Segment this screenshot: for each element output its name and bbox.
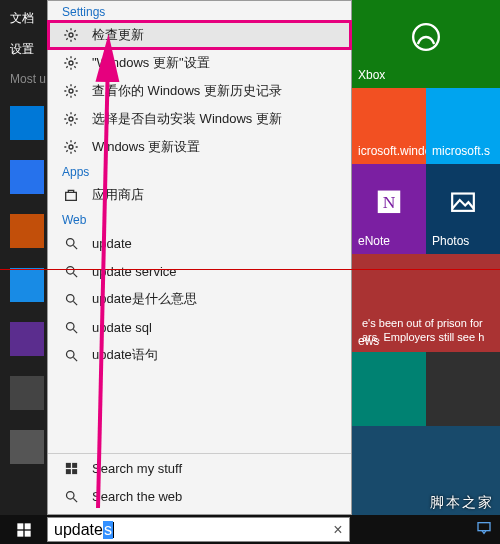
pinned-app-icon[interactable] bbox=[10, 322, 44, 356]
result-label: 检查更新 bbox=[92, 26, 337, 44]
result-label: update service bbox=[92, 264, 337, 279]
result-label: update bbox=[92, 236, 337, 251]
section-header-settings: Settings bbox=[48, 1, 351, 21]
taskbar-search-box[interactable]: updates × bbox=[47, 517, 350, 542]
taskbar: updates × bbox=[0, 515, 500, 544]
svg-rect-25 bbox=[17, 523, 23, 529]
tile-xbox[interactable]: Xbox bbox=[352, 0, 500, 88]
tile-generic[interactable] bbox=[352, 352, 426, 426]
svg-point-23 bbox=[66, 491, 74, 499]
result-web[interactable]: update sql bbox=[48, 313, 351, 341]
svg-rect-26 bbox=[24, 523, 30, 529]
search-my-stuff[interactable]: Search my stuff bbox=[48, 454, 351, 482]
tile-label: microsoft.s bbox=[432, 144, 494, 158]
tile-photos[interactable]: Photos bbox=[426, 164, 500, 254]
result-label: 选择是否自动安装 Windows 更新 bbox=[92, 110, 337, 128]
text-caret bbox=[113, 522, 114, 538]
svg-line-18 bbox=[73, 357, 77, 361]
search-icon bbox=[62, 487, 80, 505]
tile-label: Photos bbox=[432, 234, 494, 248]
result-update-history[interactable]: 查看你的 Windows 更新历史记录 bbox=[48, 77, 351, 105]
result-web[interactable]: update语句 bbox=[48, 341, 351, 369]
svg-line-24 bbox=[73, 498, 77, 502]
search-text-typed: update bbox=[48, 521, 103, 539]
section-header-web: Web bbox=[48, 209, 351, 229]
watermark: 脚本之家 bbox=[430, 494, 494, 512]
pinned-app-icon[interactable] bbox=[10, 160, 44, 194]
result-label: update sql bbox=[92, 320, 337, 335]
tile-onenote[interactable]: N eNote bbox=[352, 164, 426, 254]
search-icon bbox=[62, 262, 80, 280]
tile-microsoft[interactable]: microsoft.s bbox=[426, 88, 500, 164]
pinned-app-icon[interactable] bbox=[10, 106, 44, 140]
search-the-web[interactable]: Search the web bbox=[48, 482, 351, 510]
xbox-icon bbox=[412, 23, 440, 58]
gear-icon bbox=[62, 110, 80, 128]
windows-icon bbox=[62, 459, 80, 477]
svg-point-17 bbox=[66, 350, 74, 358]
action-center-icon[interactable] bbox=[476, 520, 492, 539]
svg-point-8 bbox=[69, 145, 73, 149]
pinned-app-icon[interactable] bbox=[10, 376, 44, 410]
svg-point-6 bbox=[69, 89, 73, 93]
onenote-icon: N bbox=[374, 187, 404, 224]
search-my-stuff-label: Search my stuff bbox=[92, 461, 337, 476]
search-icon bbox=[62, 234, 80, 252]
svg-rect-27 bbox=[17, 530, 23, 536]
tile-label: ews bbox=[358, 334, 379, 348]
result-label: update语句 bbox=[92, 346, 337, 364]
tile-microsoft[interactable]: icrosoft.windo bbox=[352, 88, 426, 164]
search-the-web-label: Search the web bbox=[92, 489, 337, 504]
result-label: "Windows 更新"设置 bbox=[92, 54, 337, 72]
svg-line-16 bbox=[73, 329, 77, 333]
result-label: Windows 更新设置 bbox=[92, 138, 337, 156]
start-tiles: Xbox icrosoft.windo microsoft.s N eNote … bbox=[352, 0, 500, 515]
svg-rect-21 bbox=[65, 469, 70, 474]
search-results-panel: Settings 检查更新 "Windows 更新"设置 查看你的 Window… bbox=[47, 0, 352, 515]
result-label: 应用商店 bbox=[92, 186, 337, 204]
result-web[interactable]: update service bbox=[48, 257, 351, 285]
system-tray bbox=[476, 520, 500, 539]
section-header-apps: Apps bbox=[48, 161, 351, 181]
gear-icon bbox=[62, 138, 80, 156]
svg-point-4 bbox=[69, 33, 73, 37]
svg-point-5 bbox=[69, 61, 73, 65]
tile-label: eNote bbox=[358, 234, 420, 248]
result-store[interactable]: 应用商店 bbox=[48, 181, 351, 209]
most-used-label: Most u bbox=[10, 72, 46, 86]
photos-icon bbox=[450, 189, 476, 222]
svg-point-9 bbox=[66, 238, 74, 246]
pinned-app-icon[interactable] bbox=[10, 430, 44, 464]
result-web[interactable]: update是什么意思 bbox=[48, 285, 351, 313]
search-icon bbox=[62, 346, 80, 364]
svg-rect-19 bbox=[65, 462, 70, 467]
svg-rect-22 bbox=[72, 469, 77, 474]
clear-search-button[interactable]: × bbox=[327, 521, 349, 539]
search-icon bbox=[62, 290, 80, 308]
tile-label: icrosoft.windo bbox=[358, 144, 420, 158]
svg-point-7 bbox=[69, 117, 73, 121]
svg-rect-28 bbox=[24, 530, 30, 536]
store-icon bbox=[62, 186, 80, 204]
gear-icon bbox=[62, 26, 80, 44]
result-auto-install[interactable]: 选择是否自动安装 Windows 更新 bbox=[48, 105, 351, 133]
svg-rect-29 bbox=[478, 523, 490, 531]
pinned-app-icon[interactable] bbox=[10, 268, 44, 302]
result-web[interactable]: update bbox=[48, 229, 351, 257]
svg-line-12 bbox=[73, 273, 77, 277]
result-check-updates[interactable]: 检查更新 bbox=[48, 21, 351, 49]
tile-label: Xbox bbox=[358, 68, 494, 82]
start-button[interactable] bbox=[0, 515, 47, 544]
result-winupdate-settings[interactable]: Windows 更新设置 bbox=[48, 133, 351, 161]
start-left-item[interactable]: 文档 bbox=[10, 10, 34, 27]
svg-point-15 bbox=[66, 322, 74, 330]
search-icon bbox=[62, 318, 80, 336]
start-left-item[interactable]: 设置 bbox=[10, 41, 34, 58]
result-label: update是什么意思 bbox=[92, 290, 337, 308]
tile-news[interactable]: e's been out of prison for ars. Employer… bbox=[352, 254, 500, 352]
tile-generic[interactable] bbox=[426, 352, 500, 426]
pinned-app-icon[interactable] bbox=[10, 214, 44, 248]
result-update-settings[interactable]: "Windows 更新"设置 bbox=[48, 49, 351, 77]
svg-point-13 bbox=[66, 294, 74, 302]
svg-point-11 bbox=[66, 266, 74, 274]
